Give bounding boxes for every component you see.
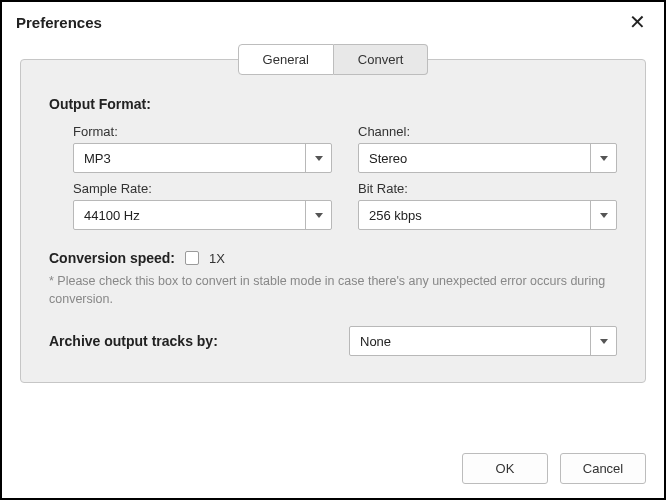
format-select[interactable]: MP3 xyxy=(73,143,332,173)
output-format-title: Output Format: xyxy=(49,96,617,112)
conversion-speed-row: Conversion speed: 1X xyxy=(49,250,617,266)
format-caret[interactable] xyxy=(305,144,331,172)
caret-down-icon xyxy=(600,339,608,344)
bitrate-caret[interactable] xyxy=(590,201,616,229)
caret-down-icon xyxy=(600,156,608,161)
tab-convert[interactable]: Convert xyxy=(334,44,429,75)
samplerate-field-group: Sample Rate: 44100 Hz xyxy=(73,181,332,230)
conversion-hint: * Please check this box to convert in st… xyxy=(49,272,617,308)
titlebar: Preferences ✕ xyxy=(2,2,664,44)
ok-button[interactable]: OK xyxy=(462,453,548,484)
caret-down-icon xyxy=(315,156,323,161)
samplerate-value: 44100 Hz xyxy=(74,208,305,223)
cancel-button[interactable]: Cancel xyxy=(560,453,646,484)
panel: Output Format: Format: MP3 Channel: Ster… xyxy=(20,59,646,383)
tab-general[interactable]: General xyxy=(238,44,334,75)
conversion-speed-label: Conversion speed: xyxy=(49,250,175,266)
format-grid: Format: MP3 Channel: Stereo Sample Rate: xyxy=(73,124,617,230)
bitrate-label: Bit Rate: xyxy=(358,181,617,196)
close-icon[interactable]: ✕ xyxy=(625,10,650,34)
conversion-speed-checkbox[interactable] xyxy=(185,251,199,265)
format-value: MP3 xyxy=(74,151,305,166)
archive-caret[interactable] xyxy=(590,327,616,355)
caret-down-icon xyxy=(315,213,323,218)
samplerate-label: Sample Rate: xyxy=(73,181,332,196)
channel-label: Channel: xyxy=(358,124,617,139)
bitrate-select[interactable]: 256 kbps xyxy=(358,200,617,230)
archive-select[interactable]: None xyxy=(349,326,617,356)
footer: OK Cancel xyxy=(2,441,664,498)
channel-value: Stereo xyxy=(359,151,590,166)
dialog-title: Preferences xyxy=(16,14,102,31)
caret-down-icon xyxy=(600,213,608,218)
samplerate-caret[interactable] xyxy=(305,201,331,229)
content: General Convert Output Format: Format: M… xyxy=(2,44,664,441)
format-label: Format: xyxy=(73,124,332,139)
format-field-group: Format: MP3 xyxy=(73,124,332,173)
channel-field-group: Channel: Stereo xyxy=(358,124,617,173)
channel-select[interactable]: Stereo xyxy=(358,143,617,173)
bitrate-field-group: Bit Rate: 256 kbps xyxy=(358,181,617,230)
bitrate-value: 256 kbps xyxy=(359,208,590,223)
archive-value: None xyxy=(350,334,590,349)
archive-row: Archive output tracks by: None xyxy=(49,326,617,356)
channel-caret[interactable] xyxy=(590,144,616,172)
archive-label: Archive output tracks by: xyxy=(49,333,329,349)
conversion-speed-value: 1X xyxy=(209,251,225,266)
samplerate-select[interactable]: 44100 Hz xyxy=(73,200,332,230)
preferences-dialog: Preferences ✕ General Convert Output For… xyxy=(0,0,666,500)
tabstrip: General Convert xyxy=(20,44,646,75)
